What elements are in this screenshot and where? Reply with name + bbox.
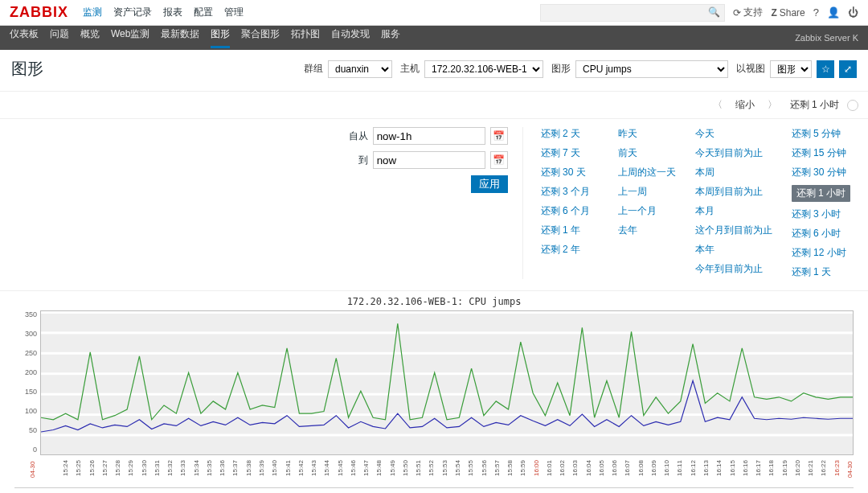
chart-title: 172.20.32.106-WEB-1: CPU jumps	[14, 296, 854, 307]
time-preset[interactable]: 还剩 2 天	[541, 127, 599, 141]
share-link[interactable]: Z Share	[771, 7, 805, 18]
time-preset[interactable]: 还剩 12 小时	[792, 246, 850, 260]
time-filter-panel: 自从 📅 到 📅 应用 还剩 2 天还剩 7 天还剩 30 天还剩 3 个月还剩…	[0, 119, 868, 291]
graph-label: 图形	[551, 62, 571, 76]
search-input[interactable]	[540, 4, 725, 22]
search-box: 🔍	[540, 4, 725, 22]
preset-col-4: 还剩 5 分钟还剩 15 分钟还剩 30 分钟还剩 1 小时还剩 3 小时还剩 …	[792, 127, 850, 279]
plot-area[interactable]	[40, 310, 854, 455]
sub-menu-item[interactable]: 拓扑图	[291, 27, 320, 48]
sub-menu-item[interactable]: 图形	[211, 27, 230, 48]
time-preset[interactable]: 本周到目前为止	[695, 185, 772, 199]
time-preset[interactable]: 还剩 1 小时	[792, 185, 850, 202]
server-name: Zabbix Server K	[795, 33, 858, 43]
support-link[interactable]: ⟳ 支持	[733, 6, 763, 19]
time-preset[interactable]: 还剩 6 个月	[541, 204, 599, 218]
sub-menu-item[interactable]: 自动发现	[331, 27, 370, 48]
from-label: 自从	[344, 129, 368, 143]
sub-menu-item[interactable]: Web监测	[111, 27, 149, 48]
top-menu-item[interactable]: 报表	[163, 6, 182, 19]
fullscreen-button[interactable]: ⤢	[839, 60, 857, 78]
time-preset[interactable]: 还剩 30 分钟	[792, 166, 850, 179]
time-preset[interactable]: 还剩 7 天	[541, 146, 599, 160]
time-preset[interactable]: 今天	[695, 127, 772, 141]
legend: 最新最小平均最大 Context switches per second[平均]…	[14, 487, 854, 493]
group-select[interactable]: duanxin	[328, 60, 392, 78]
search-icon[interactable]: 🔍	[708, 6, 720, 18]
logout-icon[interactable]: ⏻	[848, 6, 858, 18]
preset-col-3: 今天今天到目前为止本周本周到目前为止本月这个月到目前为止本年今年到目前为止	[695, 127, 772, 279]
content: 〈 缩小 〉 还剩 1 小时 自从 📅 到 📅 应用 还剩 2 天还剩 7 天还…	[0, 92, 868, 493]
date-start: 04-30	[29, 455, 36, 478]
time-preset[interactable]: 还剩 3 小时	[792, 207, 850, 221]
chart-box: 350300250200150100500	[14, 310, 854, 455]
time-preset[interactable]: 还剩 6 小时	[792, 227, 850, 240]
time-preset[interactable]: 本年	[695, 243, 772, 257]
time-preset[interactable]: 上周的这一天	[618, 166, 676, 179]
help-icon[interactable]: ?	[813, 6, 819, 18]
filter-bar: 群组 duanxin 主机 172.20.32.106-WEB-1 图形 CPU…	[301, 60, 857, 78]
time-preset[interactable]: 这个月到目前为止	[695, 224, 772, 237]
top-menu-item[interactable]: 配置	[194, 6, 213, 19]
to-input[interactable]	[373, 151, 485, 169]
host-label: 主机	[400, 62, 420, 76]
view-select[interactable]: 图形	[770, 60, 812, 78]
support-label: 支持	[743, 6, 763, 19]
time-range-label[interactable]: 还剩 1 小时	[790, 98, 839, 112]
prev-arrow-icon[interactable]: 〈	[708, 96, 727, 114]
sub-menu-item[interactable]: 仪表板	[10, 27, 39, 48]
graph-area: 172.20.32.106-WEB-1: CPU jumps 350300250…	[0, 291, 868, 493]
time-preset[interactable]: 还剩 15 分钟	[792, 146, 850, 160]
next-arrow-icon[interactable]: 〉	[763, 96, 782, 114]
calendar-to-icon[interactable]: 📅	[490, 151, 508, 169]
group-label: 群组	[304, 62, 323, 76]
top-menu-item[interactable]: 监测	[83, 6, 102, 19]
share-label: Share	[780, 7, 805, 18]
sub-menu-item[interactable]: 聚合图形	[241, 27, 280, 48]
time-preset[interactable]: 上一周	[618, 185, 676, 199]
y-axis: 350300250200150100500	[14, 310, 40, 455]
time-preset[interactable]: 还剩 5 分钟	[792, 127, 850, 141]
time-preset[interactable]: 还剩 30 天	[541, 166, 599, 179]
top-bar: ZABBIX 监测资产记录报表配置管理 🔍 ⟳ 支持 Z Share ? 👤 ⏻	[0, 0, 868, 26]
to-label: 到	[344, 154, 368, 167]
time-preset[interactable]: 前天	[618, 146, 676, 160]
from-input[interactable]	[373, 127, 485, 145]
top-menu-item[interactable]: 资产记录	[113, 6, 152, 19]
time-presets: 还剩 2 天还剩 7 天还剩 30 天还剩 3 个月还剩 6 个月还剩 1 年还…	[523, 127, 868, 279]
sub-menu-item[interactable]: 最新数据	[161, 27, 199, 48]
preset-col-1: 还剩 2 天还剩 7 天还剩 30 天还剩 3 个月还剩 6 个月还剩 1 年还…	[541, 127, 599, 279]
graph-select[interactable]: CPU jumps	[575, 60, 728, 78]
time-preset[interactable]: 上一个月	[618, 204, 676, 218]
apply-button[interactable]: 应用	[471, 175, 508, 193]
calendar-from-icon[interactable]: 📅	[490, 127, 508, 145]
time-inputs: 自从 📅 到 📅 应用	[0, 127, 523, 279]
preset-col-2: 昨天前天上周的这一天上一周上一个月去年	[618, 127, 676, 279]
time-preset[interactable]: 还剩 3 个月	[541, 185, 599, 199]
time-preset[interactable]: 还剩 1 天	[792, 265, 850, 279]
time-preset[interactable]: 本周	[695, 166, 772, 179]
sub-menu: 仪表板问题概览Web监测最新数据图形聚合图形拓扑图自动发现服务	[10, 27, 411, 48]
sub-nav: 仪表板问题概览Web监测最新数据图形聚合图形拓扑图自动发现服务 Zabbix S…	[0, 26, 868, 50]
logo: ZABBIX	[10, 4, 68, 21]
user-icon[interactable]: 👤	[827, 6, 840, 18]
time-nav: 〈 缩小 〉 还剩 1 小时	[0, 92, 868, 119]
time-preset[interactable]: 本月	[695, 204, 772, 218]
time-preset[interactable]: 还剩 2 年	[541, 243, 599, 257]
clock-icon[interactable]	[847, 100, 858, 111]
time-preset[interactable]: 今天到目前为止	[695, 146, 772, 160]
chart-lines	[41, 311, 853, 454]
sub-menu-item[interactable]: 服务	[381, 27, 400, 48]
favorite-button[interactable]: ☆	[817, 60, 834, 78]
top-menu-item[interactable]: 管理	[224, 6, 244, 19]
time-preset[interactable]: 还剩 1 年	[541, 224, 599, 237]
time-preset[interactable]: 去年	[618, 224, 676, 237]
top-menu: 监测资产记录报表配置管理	[83, 6, 244, 19]
time-preset[interactable]: 今年到目前为止	[695, 262, 772, 276]
zoom-out[interactable]: 缩小	[735, 98, 755, 112]
sub-menu-item[interactable]: 问题	[50, 27, 69, 48]
host-select[interactable]: 172.20.32.106-WEB-1	[424, 60, 543, 78]
top-right: 🔍 ⟳ 支持 Z Share ? 👤 ⏻	[540, 4, 858, 22]
sub-menu-item[interactable]: 概览	[80, 27, 100, 48]
time-preset[interactable]: 昨天	[618, 127, 676, 141]
